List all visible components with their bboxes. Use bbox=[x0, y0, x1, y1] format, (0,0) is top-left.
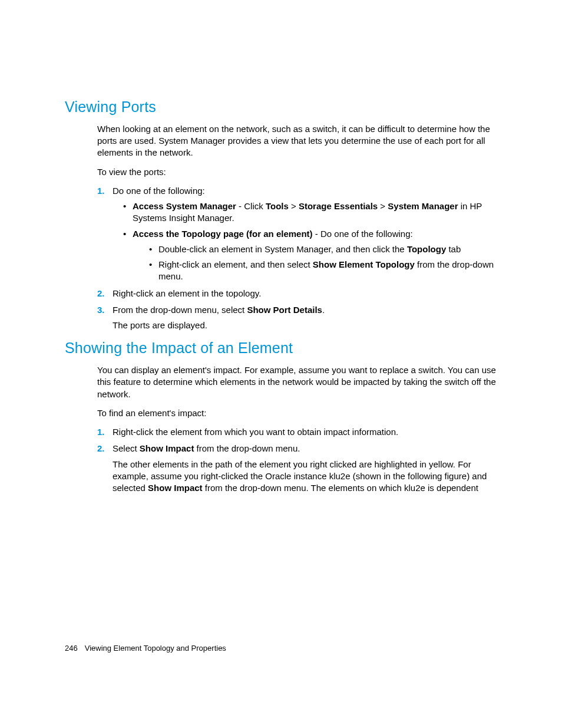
inner-bullet-rightclick: Right-click an element, and then select … bbox=[149, 259, 509, 283]
section-body-viewing-ports: When looking at an element on the networ… bbox=[97, 123, 509, 332]
bold-text: Show Element Topology bbox=[313, 259, 415, 269]
bold-text: Storage Essentials bbox=[299, 201, 378, 211]
step-after-text: The ports are displayed. bbox=[113, 319, 509, 331]
bold-text: Tools bbox=[266, 201, 289, 211]
document-page: Viewing Ports When looking at an element… bbox=[0, 0, 562, 728]
bold-text: Access the Topology page (for an element… bbox=[133, 229, 313, 239]
bullet-access-system-manager: Access System Manager - Click Tools > St… bbox=[123, 200, 509, 225]
step-number: 2. bbox=[97, 443, 105, 454]
step-number: 1. bbox=[97, 185, 105, 197]
text: From the drop-down menu, select bbox=[113, 305, 247, 315]
bold-text: Show Impact bbox=[140, 443, 194, 453]
heading-showing-impact: Showing the Impact of an Element bbox=[65, 338, 509, 358]
bullet-access-topology: Access the Topology page (for an element… bbox=[123, 228, 509, 283]
page-footer: 246Viewing Element Topology and Properti… bbox=[65, 643, 226, 654]
step-1: 1. Do one of the following: Access Syste… bbox=[97, 185, 509, 283]
step-number: 3. bbox=[97, 304, 105, 316]
bold-text: Show Port Details bbox=[247, 305, 322, 315]
step-1: 1. Right-click the element from which yo… bbox=[97, 426, 509, 438]
ordered-steps: 1. Do one of the following: Access Syste… bbox=[97, 185, 509, 332]
bold-text: Show Impact bbox=[148, 483, 203, 493]
step-number: 2. bbox=[97, 288, 105, 299]
text: - Do one of the following: bbox=[313, 229, 413, 239]
step-text: Right-click the element from which you w… bbox=[113, 427, 398, 437]
step-3: 3. From the drop-down menu, select Show … bbox=[97, 304, 509, 332]
step-text: Do one of the following: bbox=[113, 186, 205, 196]
section-body-showing-impact: You can display an element's impact. For… bbox=[97, 364, 509, 494]
text: > bbox=[289, 201, 299, 211]
page-number: 246 bbox=[65, 644, 78, 653]
intro-paragraph: You can display an element's impact. For… bbox=[97, 364, 509, 400]
bold-text: Topology bbox=[407, 244, 446, 254]
step-number: 1. bbox=[97, 426, 105, 438]
text: Right-click an element, and then select bbox=[158, 259, 313, 269]
text: Double-click an element in System Manage… bbox=[158, 244, 407, 254]
text: from the drop-down menu. The elements on… bbox=[203, 483, 478, 493]
text: Select bbox=[113, 443, 140, 453]
step-text: Right-click an element in the topology. bbox=[113, 288, 261, 298]
text: > bbox=[378, 201, 388, 211]
text: - Click bbox=[236, 201, 266, 211]
lead-paragraph: To view the ports: bbox=[97, 166, 509, 178]
lead-paragraph: To find an element's impact: bbox=[97, 407, 509, 419]
chapter-title: Viewing Element Topology and Properties bbox=[85, 644, 226, 653]
text: from the drop-down menu. bbox=[194, 443, 300, 453]
step-2: 2. Right-click an element in the topolog… bbox=[97, 288, 509, 299]
ordered-steps: 1. Right-click the element from which yo… bbox=[97, 426, 509, 494]
heading-viewing-ports: Viewing Ports bbox=[65, 97, 509, 117]
bold-text: Access System Manager bbox=[133, 201, 236, 211]
intro-paragraph: When looking at an element on the networ… bbox=[97, 123, 509, 159]
step-after-paragraph: The other elements in the path of the el… bbox=[113, 459, 509, 495]
inner-bullet-list: Double-click an element in System Manage… bbox=[133, 243, 509, 283]
text: . bbox=[322, 305, 325, 315]
step-2: 2. Select Show Impact from the drop-down… bbox=[97, 443, 509, 494]
inner-bullet-doubleclick: Double-click an element in System Manage… bbox=[149, 243, 509, 255]
text: tab bbox=[446, 244, 461, 254]
bullet-list: Access System Manager - Click Tools > St… bbox=[113, 200, 509, 283]
bold-text: System Manager bbox=[388, 201, 458, 211]
